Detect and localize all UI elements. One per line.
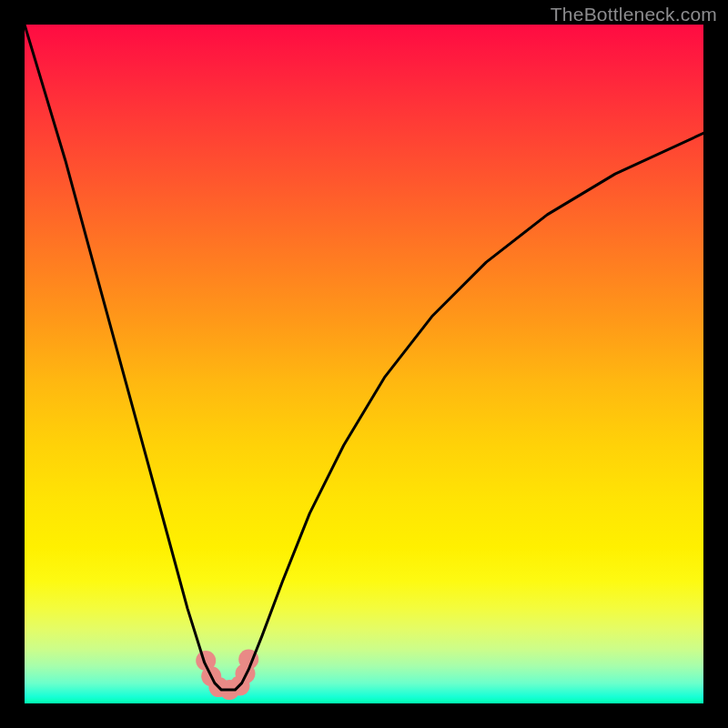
plot-area bbox=[25, 25, 703, 703]
bottleneck-curve bbox=[25, 25, 703, 690]
chart-stage: TheBottleneck.com bbox=[0, 0, 728, 728]
curve-layer bbox=[25, 25, 703, 703]
notch-markers bbox=[196, 650, 258, 701]
watermark-text: TheBottleneck.com bbox=[551, 4, 717, 25]
